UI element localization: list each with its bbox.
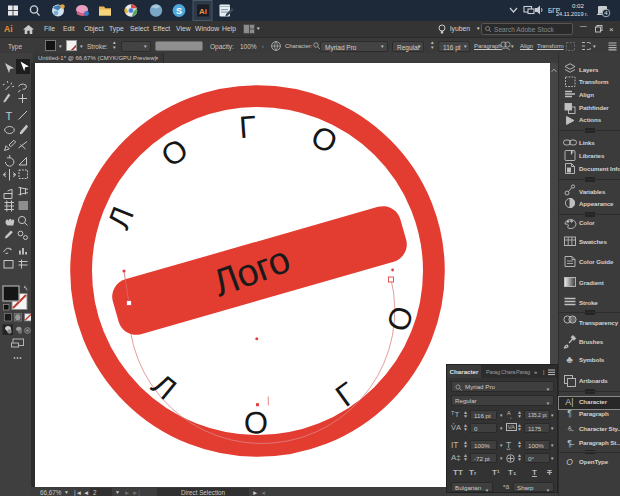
svg-text:Ai: Ai	[199, 7, 207, 16]
svg-text:24.11.2019 г.: 24.11.2019 г.	[556, 11, 588, 17]
svg-text:T: T	[6, 110, 13, 122]
svg-text:S: S	[176, 6, 182, 16]
svg-text:0:02: 0:02	[572, 2, 585, 9]
